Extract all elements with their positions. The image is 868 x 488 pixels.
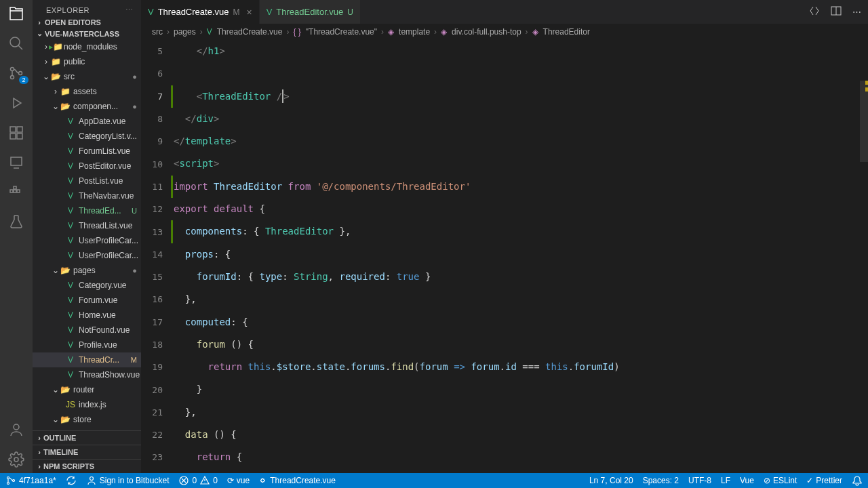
tree-folder[interactable]: ⌄📂 componen... ●: [33, 99, 141, 114]
svg-point-19: [90, 477, 93, 481]
tree-file[interactable]: VHome.vue: [33, 308, 141, 323]
status-signin[interactable]: Sign in to Bitbucket: [86, 475, 170, 486]
tree-file-active[interactable]: VThreadCr...M: [33, 352, 141, 367]
close-icon[interactable]: ×: [246, 7, 252, 18]
tab-bar: V ThreadCreate.vue M × V ThreadEditor.vu…: [141, 0, 868, 24]
svg-rect-4: [10, 127, 16, 132]
tag-icon: ◈: [532, 27, 538, 37]
tree-folder[interactable]: ⌄📂 router: [33, 382, 141, 397]
vue-icon: V: [148, 7, 154, 17]
tree-folder[interactable]: ⌄📂 pages ●: [33, 263, 141, 278]
svg-point-13: [14, 424, 19, 430]
tab-threadcreate[interactable]: V ThreadCreate.vue M ×: [141, 0, 260, 24]
compare-icon[interactable]: [809, 5, 820, 18]
svg-rect-10: [14, 190, 16, 192]
more-icon[interactable]: ⋯: [125, 5, 134, 14]
status-eol[interactable]: LF: [721, 476, 730, 485]
tab-threadeditor[interactable]: V ThreadEditor.vue U: [260, 0, 361, 24]
section-open-editors[interactable]: › OPEN EDITORS: [33, 17, 141, 28]
status-prettier[interactable]: ✓Prettier: [806, 476, 842, 485]
line-gutter: 5 6 7 8 9 10 11 12 13 14 15 16 17 18 19 …: [141, 40, 174, 473]
svg-point-2: [11, 76, 14, 79]
status-file[interactable]: ⭘ThreadCreate.vue: [259, 476, 336, 485]
svg-rect-6: [10, 134, 16, 139]
more-icon[interactable]: ⋯: [852, 7, 861, 17]
tree-folder[interactable]: ›▸📁 node_modules: [33, 39, 141, 54]
account-icon[interactable]: [8, 422, 24, 438]
tree-file[interactable]: VUserProfileCar...: [33, 248, 141, 263]
svg-rect-7: [17, 134, 22, 139]
file-tree: ›▸📁 node_modules ›📁 public ⌄📂 src ● ›📁 a…: [33, 39, 141, 430]
docker-icon[interactable]: [8, 184, 24, 201]
tree-file[interactable]: VForumList.vue: [33, 144, 141, 159]
tree-file[interactable]: VThreadShow.vue: [33, 367, 141, 382]
tree-file[interactable]: VThreadEd...U: [33, 203, 141, 218]
status-sync[interactable]: [66, 475, 77, 486]
split-icon[interactable]: [831, 5, 842, 18]
status-problems[interactable]: 0 0: [178, 475, 217, 486]
tree-file[interactable]: VForum.vue: [33, 293, 141, 308]
gear-icon[interactable]: [8, 451, 24, 468]
sidebar: EXPLORER ⋯ › OPEN EDITORS ⌄ VUE-MASTERCL…: [33, 0, 141, 473]
tree-folder[interactable]: ›📁 assets: [33, 84, 141, 99]
tree-file[interactable]: VPostList.vue: [33, 174, 141, 188]
tree-file[interactable]: VProfile.vue: [33, 338, 141, 352]
tag-icon: ◈: [388, 27, 394, 37]
status-bar: 4f71aa1a* Sign in to Bitbucket 0 0 ⟳vue …: [0, 473, 868, 488]
section-timeline[interactable]: ›TIMELINE: [33, 445, 141, 459]
code-content[interactable]: </h1> <ThreadEditor /> </div> </template…: [174, 40, 868, 473]
svg-point-3: [19, 72, 22, 75]
status-eslint[interactable]: ⊘ESLint: [764, 476, 797, 485]
section-outline[interactable]: ›OUTLINE: [33, 430, 141, 445]
debug-icon[interactable]: [8, 95, 24, 111]
braces-icon: { }: [293, 27, 300, 37]
explorer-icon[interactable]: [8, 5, 24, 22]
status-bell-icon[interactable]: [852, 475, 863, 486]
svg-point-17: [7, 483, 9, 485]
sidebar-title: EXPLORER: [46, 6, 90, 14]
svg-rect-11: [17, 190, 20, 192]
svg-rect-9: [10, 190, 13, 192]
test-icon[interactable]: [8, 214, 24, 230]
svg-point-14: [14, 458, 18, 462]
svg-point-16: [7, 477, 9, 479]
remote-icon[interactable]: [8, 155, 24, 171]
tree-file[interactable]: VTheNavbar.vue: [33, 188, 141, 203]
status-spaces[interactable]: Spaces: 2: [643, 476, 679, 485]
svg-point-18: [13, 480, 15, 482]
tree-file[interactable]: VUserProfileCar...: [33, 233, 141, 248]
tree-folder[interactable]: ›📁 public: [33, 54, 141, 69]
section-npm-scripts[interactable]: ›NPM SCRIPTS: [33, 459, 141, 473]
extensions-icon[interactable]: [8, 125, 24, 141]
status-mode[interactable]: Vue: [740, 476, 754, 485]
tag-icon: ◈: [441, 27, 447, 37]
svg-rect-5: [17, 127, 22, 132]
code-editor[interactable]: 5 6 7 8 9 10 11 12 13 14 15 16 17 18 19 …: [141, 40, 868, 473]
svg-point-1: [11, 68, 14, 71]
minimap[interactable]: [860, 40, 868, 473]
tree-file[interactable]: VThreadList.vue: [33, 218, 141, 233]
editor-area: V ThreadCreate.vue M × V ThreadEditor.vu…: [141, 0, 868, 473]
chevron-right-icon: ›: [35, 18, 43, 26]
tree-folder[interactable]: ⌄📂 store: [33, 412, 141, 427]
tree-file[interactable]: VPostEditor.vue: [33, 159, 141, 174]
breadcrumbs[interactable]: src› pages› VThreadCreate.vue› { }"Threa…: [141, 24, 868, 40]
search-icon[interactable]: [8, 35, 24, 52]
source-control-icon[interactable]: 2: [8, 65, 24, 81]
status-branch[interactable]: 4f71aa1a*: [5, 475, 56, 486]
section-workspace[interactable]: ⌄ VUE-MASTERCLASS: [33, 28, 141, 39]
tree-file[interactable]: VCategory.vue: [33, 278, 141, 293]
tree-folder[interactable]: ⌄📂 src ●: [33, 69, 141, 84]
activity-bar: 2: [0, 0, 33, 473]
tree-file[interactable]: VNotFound.vue: [33, 323, 141, 338]
tree-file[interactable]: JSindex.js: [33, 397, 141, 412]
svg-point-0: [10, 37, 20, 47]
vue-icon: V: [207, 27, 212, 37]
tree-file[interactable]: VCategoryList.v...: [33, 129, 141, 144]
tree-file[interactable]: VAppDate.vue: [33, 114, 141, 129]
svg-rect-12: [14, 186, 16, 189]
status-cursor[interactable]: Ln 7, Col 20: [589, 476, 633, 485]
vue-icon: V: [267, 7, 273, 17]
status-lang-server[interactable]: ⟳vue: [227, 476, 250, 485]
status-encoding[interactable]: UTF-8: [688, 476, 711, 485]
